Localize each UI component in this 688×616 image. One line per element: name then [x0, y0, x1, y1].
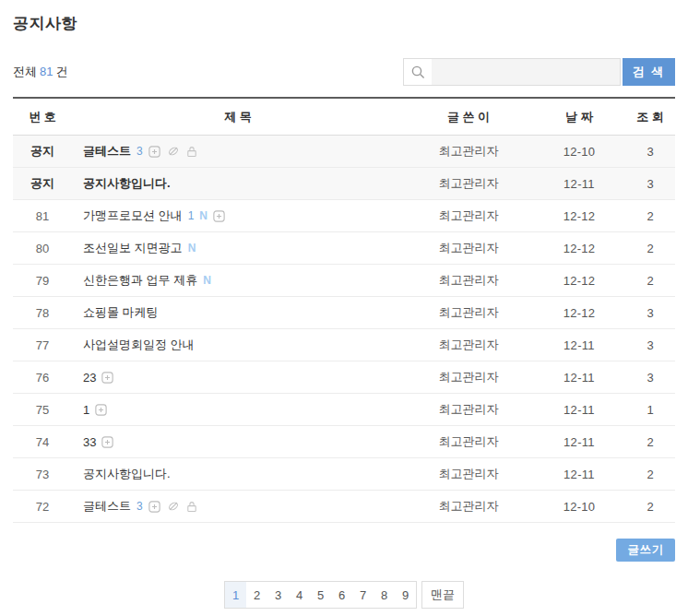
page-1[interactable]: 1	[225, 582, 246, 608]
page-4[interactable]: 4	[289, 582, 310, 608]
post-title-link[interactable]: 공지사항입니다.	[83, 175, 171, 192]
total-count: 81	[40, 65, 53, 78]
row-title-cell: 글테스트3	[72, 498, 404, 515]
notice-table: 번 호제 목글 쓴 이날 짜조 회 공지글테스트3최고관리자12-103공지공지…	[13, 97, 675, 523]
row-date: 12-12	[533, 306, 625, 320]
total-count-label: 전체81건	[13, 64, 67, 80]
link-icon	[166, 145, 181, 158]
file-plus-icon	[148, 500, 161, 514]
post-title-link[interactable]: 글테스트	[83, 498, 131, 515]
table-row: 81가맹프로모션 안내1N최고관리자12-122	[13, 200, 675, 232]
table-header-row: 번 호제 목글 쓴 이날 짜조 회	[13, 99, 675, 136]
row-title-cell: 23	[72, 371, 404, 385]
page-2[interactable]: 2	[246, 582, 267, 608]
table-row: 73공지사항입니다.최고관리자12-112	[13, 458, 675, 491]
new-badge: N	[203, 274, 211, 287]
row-title-cell: 33	[72, 435, 404, 449]
row-author: 최고관리자	[404, 337, 533, 353]
toolbar: 전체81건 검 색	[13, 58, 675, 86]
row-number: 공지	[13, 175, 72, 192]
page-5[interactable]: 5	[310, 582, 331, 608]
row-date: 12-11	[533, 435, 625, 449]
page-last-button[interactable]: 맨끝	[421, 581, 464, 609]
row-date: 12-11	[533, 338, 625, 352]
row-views: 3	[625, 371, 675, 385]
row-number: 공지	[13, 143, 72, 160]
post-title-link[interactable]: 가맹프로모션 안내	[83, 207, 183, 224]
post-title-link[interactable]: 33	[83, 435, 96, 449]
row-title-cell: 조선일보 지면광고N	[72, 240, 404, 256]
row-author: 최고관리자	[404, 433, 533, 450]
row-views: 3	[625, 306, 675, 320]
row-number: 77	[13, 338, 72, 352]
post-title-link[interactable]: 신한은행과 업무 제휴	[83, 272, 197, 289]
total-suffix: 건	[55, 65, 67, 78]
new-badge: N	[199, 209, 208, 222]
row-date: 12-11	[533, 403, 625, 417]
page-7[interactable]: 7	[352, 582, 374, 608]
row-views: 2	[625, 274, 675, 288]
row-date: 12-11	[533, 371, 625, 385]
table-row: 78쇼핑몰 마케팅최고관리자12-123	[13, 297, 675, 329]
post-title-link[interactable]: 23	[83, 371, 96, 385]
table-row: 72글테스트3최고관리자12-102	[13, 491, 675, 523]
search-input[interactable]	[432, 59, 620, 85]
post-title-link[interactable]: 조선일보 지면광고	[83, 240, 183, 256]
row-number: 74	[13, 435, 72, 449]
page-title: 공지사항	[13, 13, 675, 34]
row-views: 2	[625, 209, 675, 223]
row-title-cell: 1	[72, 403, 404, 417]
table-row: 7623최고관리자12-113	[13, 361, 675, 394]
row-title-cell: 사업설명회일정 안내	[72, 337, 404, 353]
column-header-views: 조 회	[625, 109, 675, 125]
row-views: 3	[625, 338, 675, 352]
row-number: 73	[13, 468, 72, 481]
row-author: 최고관리자	[404, 272, 533, 289]
table-row: 80조선일보 지면광고N최고관리자12-122	[13, 232, 675, 265]
row-number: 76	[13, 371, 72, 385]
post-title-link[interactable]: 1	[83, 403, 89, 417]
page-number-group: 123456789	[224, 581, 417, 609]
table-row: 7433최고관리자12-112	[13, 426, 675, 458]
write-button-row: 글쓰기	[13, 539, 675, 562]
row-number: 78	[13, 306, 72, 320]
row-date: 12-10	[533, 500, 625, 514]
post-title-link[interactable]: 사업설명회일정 안내	[83, 337, 195, 353]
lock-icon	[185, 145, 198, 159]
link-icon	[166, 500, 181, 513]
page-8[interactable]: 8	[374, 582, 395, 608]
page-3[interactable]: 3	[267, 582, 289, 608]
row-title-cell: 공지사항입니다.	[72, 175, 404, 192]
column-header-date: 날 짜	[533, 109, 625, 125]
row-number: 79	[13, 274, 72, 288]
table-row: 공지공지사항입니다.최고관리자12-113	[13, 168, 675, 200]
lock-icon	[185, 500, 198, 514]
new-badge: N	[188, 242, 196, 255]
page-9[interactable]: 9	[395, 582, 416, 608]
row-title-cell: 신한은행과 업무 제휴N	[72, 272, 404, 289]
row-views: 2	[625, 242, 675, 255]
search-area: 검 색	[403, 58, 675, 86]
row-number: 75	[13, 403, 72, 417]
row-date: 12-11	[533, 468, 625, 481]
table-row: 79신한은행과 업무 제휴N최고관리자12-122	[13, 265, 675, 297]
row-date: 12-10	[533, 145, 625, 159]
post-title-link[interactable]: 공지사항입니다.	[83, 466, 171, 482]
row-number: 80	[13, 242, 72, 255]
comment-count: 1	[188, 209, 195, 222]
table-body: 공지글테스트3최고관리자12-103공지공지사항입니다.최고관리자12-1138…	[13, 136, 675, 523]
row-author: 최고관리자	[404, 401, 533, 418]
post-title-link[interactable]: 글테스트	[83, 143, 131, 160]
magnifier-icon	[404, 59, 432, 85]
write-button[interactable]: 글쓰기	[616, 539, 675, 562]
row-views: 3	[625, 177, 675, 191]
page-6[interactable]: 6	[331, 582, 352, 608]
post-title-link[interactable]: 쇼핑몰 마케팅	[83, 304, 159, 321]
pagination: 123456789맨끝	[13, 581, 675, 609]
row-views: 3	[625, 145, 675, 159]
file-plus-icon	[148, 145, 161, 159]
search-button[interactable]: 검 색	[623, 58, 675, 86]
row-author: 최고관리자	[404, 240, 533, 256]
column-header-author: 글 쓴 이	[404, 109, 533, 125]
row-views: 2	[625, 435, 675, 449]
